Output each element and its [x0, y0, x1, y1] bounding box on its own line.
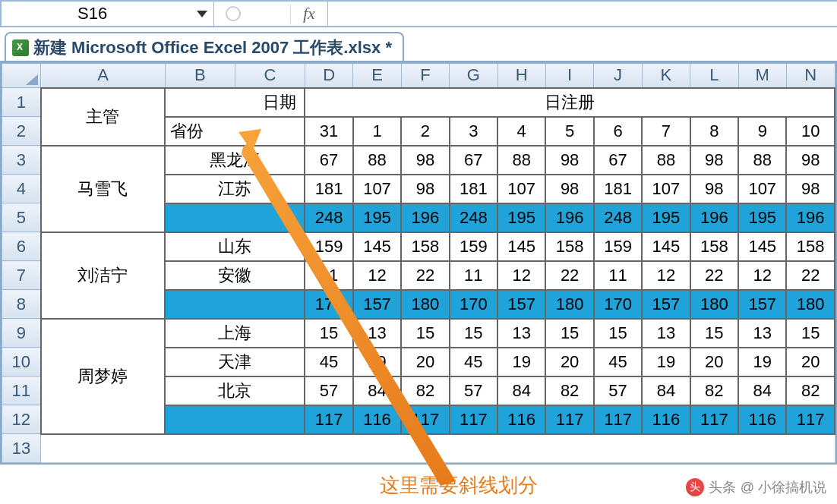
cell[interactable]: 145 — [642, 232, 690, 261]
cell[interactable]: 180 — [401, 290, 449, 319]
cell[interactable]: 67 — [594, 146, 642, 175]
cell[interactable]: 170 — [594, 290, 642, 319]
col-header[interactable]: I — [545, 64, 593, 88]
cell[interactable]: 22 — [786, 261, 835, 290]
cell[interactable]: 20 — [545, 348, 593, 376]
cell[interactable]: 107 — [497, 175, 545, 203]
cell[interactable]: 248 — [305, 203, 352, 232]
cell[interactable]: 2 — [401, 117, 449, 146]
fx-icon[interactable]: fx — [290, 4, 327, 24]
cell[interactable]: 20 — [690, 348, 738, 376]
col-header[interactable]: B — [165, 64, 235, 88]
cell[interactable]: 157 — [497, 290, 545, 319]
cell[interactable]: 22 — [401, 261, 449, 290]
cell[interactable]: 157 — [738, 290, 786, 319]
cell[interactable]: 158 — [401, 232, 449, 261]
cell[interactable]: 22 — [690, 261, 738, 290]
cancel-icon[interactable] — [214, 2, 252, 26]
cell[interactable]: 170 — [450, 290, 497, 319]
cell[interactable]: 15 — [594, 319, 642, 348]
cell[interactable]: 3 — [450, 117, 497, 146]
row-header[interactable]: 12 — [2, 405, 41, 434]
col-header[interactable]: M — [738, 64, 786, 88]
cell[interactable]: 196 — [545, 203, 593, 232]
chevron-down-icon[interactable] — [197, 11, 207, 17]
cell[interactable]: 116 — [738, 405, 786, 434]
cell[interactable] — [41, 434, 835, 463]
cell[interactable]: 98 — [786, 146, 835, 175]
cell[interactable]: 山东 — [165, 232, 305, 261]
cell[interactable]: 84 — [738, 376, 786, 405]
cell[interactable]: 248 — [450, 203, 497, 232]
row-header[interactable]: 4 — [2, 175, 41, 203]
cell[interactable]: 98 — [690, 175, 738, 203]
col-header[interactable]: H — [497, 64, 545, 88]
row-header[interactable]: 6 — [2, 232, 41, 261]
cell[interactable]: 117 — [401, 405, 449, 434]
cell[interactable]: 180 — [690, 290, 738, 319]
cell[interactable]: 13 — [353, 319, 401, 348]
cell[interactable]: 主管 — [41, 88, 166, 146]
cell[interactable]: 45 — [594, 348, 642, 376]
row-header[interactable]: 8 — [2, 290, 41, 319]
cell[interactable]: 116 — [497, 405, 545, 434]
row-header[interactable]: 7 — [2, 261, 41, 290]
cell[interactable]: 88 — [642, 146, 690, 175]
cell[interactable]: 19 — [738, 348, 786, 376]
cell[interactable]: 98 — [690, 146, 738, 175]
cell[interactable]: 117 — [305, 405, 352, 434]
cell[interactable]: 98 — [545, 175, 593, 203]
cell[interactable]: 15 — [545, 319, 593, 348]
cell[interactable]: 88 — [738, 146, 786, 175]
cell[interactable]: 159 — [594, 232, 642, 261]
cell[interactable]: 13 — [738, 319, 786, 348]
cell[interactable]: 107 — [353, 175, 401, 203]
cell[interactable]: 11 — [450, 261, 497, 290]
cell[interactable]: 195 — [738, 203, 786, 232]
cell[interactable]: 82 — [690, 376, 738, 405]
col-header[interactable]: D — [305, 64, 352, 88]
cell[interactable]: 12 — [642, 261, 690, 290]
cell[interactable]: 117 — [450, 405, 497, 434]
cell[interactable]: 180 — [786, 290, 835, 319]
cell[interactable]: 刘洁宁 — [41, 232, 166, 319]
cell[interactable]: 248 — [594, 203, 642, 232]
cell[interactable]: 8 — [690, 117, 738, 146]
col-header[interactable]: J — [594, 64, 642, 88]
cell[interactable]: 45 — [450, 348, 497, 376]
cell[interactable]: 158 — [786, 232, 835, 261]
row-header[interactable]: 5 — [2, 203, 41, 232]
cell[interactable]: 31 — [305, 117, 352, 146]
cell[interactable]: 88 — [497, 146, 545, 175]
cell[interactable]: 5 — [545, 117, 593, 146]
cell[interactable]: 181 — [305, 175, 352, 203]
spreadsheet-grid[interactable]: A B C D E F G H I J K L M N 1主管日期日注册2省份3… — [0, 61, 837, 465]
cell[interactable]: 196 — [401, 203, 449, 232]
cell[interactable]: 170 — [305, 290, 352, 319]
cell[interactable]: 黑龙江 — [165, 146, 305, 175]
cell[interactable]: 10 — [786, 117, 835, 146]
cell[interactable]: 195 — [497, 203, 545, 232]
col-header[interactable]: L — [690, 64, 738, 88]
cell[interactable]: 57 — [594, 376, 642, 405]
cell[interactable]: 15 — [690, 319, 738, 348]
cell[interactable]: 158 — [545, 232, 593, 261]
cell[interactable]: 117 — [690, 405, 738, 434]
cell[interactable]: 1 — [353, 117, 401, 146]
cell[interactable]: 22 — [545, 261, 593, 290]
cell[interactable]: 9 — [738, 117, 786, 146]
cell[interactable]: 19 — [497, 348, 545, 376]
row-header[interactable]: 10 — [2, 348, 41, 376]
cell[interactable]: 98 — [401, 146, 449, 175]
cell[interactable]: 107 — [642, 175, 690, 203]
name-box[interactable]: S16 — [2, 2, 214, 26]
cell[interactable]: 11 — [305, 261, 352, 290]
cell[interactable]: 15 — [450, 319, 497, 348]
cell[interactable]: 157 — [642, 290, 690, 319]
cell[interactable]: 省份 — [165, 117, 305, 146]
cell[interactable]: 20 — [786, 348, 835, 376]
cell[interactable]: 117 — [786, 405, 835, 434]
sheet-table[interactable]: A B C D E F G H I J K L M N 1主管日期日注册2省份3… — [2, 63, 835, 463]
cell[interactable]: 4 — [497, 117, 545, 146]
cell[interactable]: 196 — [690, 203, 738, 232]
